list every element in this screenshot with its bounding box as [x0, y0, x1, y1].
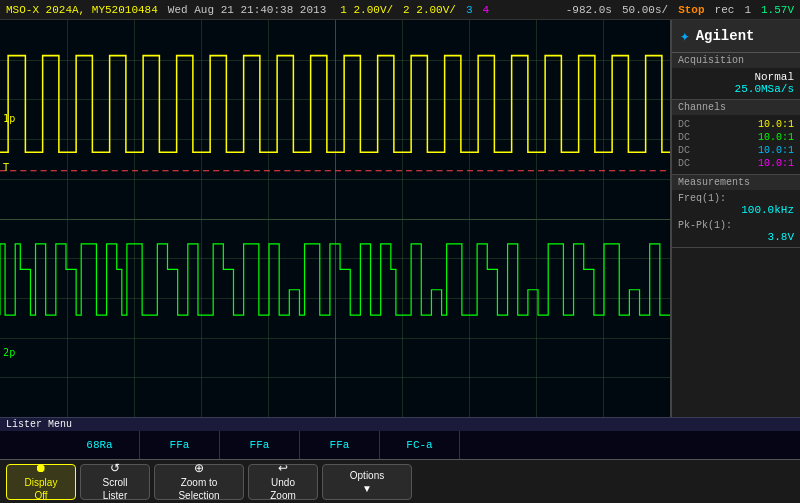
channels-section: Channels DC 10.0:1 DC 10.0:1 DC 10.0:1 D… — [672, 100, 800, 175]
acquisition-section: Acquisition Normal 25.0MSa/s — [672, 53, 800, 100]
ch1-label: 1 2.00V/ — [340, 4, 393, 16]
display-sub: Off — [34, 489, 47, 502]
ch4-ratio: 10.0:1 — [758, 158, 794, 169]
scroll-icon: ↺ — [110, 461, 120, 477]
options-button[interactable]: Options ▼ — [322, 464, 412, 500]
voltage-display: 1.57V — [761, 4, 794, 16]
zoom-to-selection-button[interactable]: ⊕ Zoom to Selection — [154, 464, 244, 500]
brand-name: Agilent — [696, 28, 755, 44]
content-area: T 2p 1p ✦ Agilent Acquisition Normal — [0, 20, 800, 417]
offset-display: -982.0s — [566, 4, 612, 16]
pkpk-label: Pk-Pk(1): — [678, 220, 794, 231]
channel-3-row: DC 10.0:1 — [678, 144, 794, 157]
lister-title: Lister Menu — [0, 418, 800, 431]
pkpk-value: 3.8V — [678, 231, 794, 243]
undo-zoom-button[interactable]: ↩ Undo Zoom — [248, 464, 318, 500]
acquisition-mode: Normal — [678, 71, 794, 83]
right-panel: ✦ Agilent Acquisition Normal 25.0MSa/s C… — [670, 20, 800, 417]
undo-icon: ↩ — [278, 461, 288, 477]
lister-section: Lister Menu 68Ra FFa FFa FFa FC-a — [0, 417, 800, 459]
mode-display: Stop — [678, 4, 704, 16]
ch3-coupling: DC — [678, 145, 690, 156]
brand-header: ✦ Agilent — [672, 20, 800, 53]
display-off-button[interactable]: ⏺ Display Off — [6, 464, 76, 500]
acquisition-title: Acquisition — [672, 53, 800, 68]
ch2-coupling: DC — [678, 132, 690, 143]
undo-sub: Zoom — [270, 489, 296, 502]
channel-4-row: DC 10.0:1 — [678, 157, 794, 170]
ch4-coupling: DC — [678, 158, 690, 169]
ch1-ratio: 10.0:1 — [758, 119, 794, 130]
toolbar: ⏺ Display Off ↺ Scroll Lister ⊕ Zoom to … — [0, 459, 800, 503]
acquisition-rate: 25.0MSa/s — [678, 83, 794, 95]
freq-label: Freq(1): — [678, 193, 794, 204]
timebase-display: 50.00s/ — [622, 4, 668, 16]
zoom-icon: ⊕ — [194, 461, 204, 477]
channel-1-row: DC 10.0:1 — [678, 118, 794, 131]
zoom-sub: Selection — [178, 489, 219, 502]
lister-cell-5: FC-a — [380, 431, 460, 459]
rec-num: 1 — [744, 4, 751, 16]
lister-cell-3: FFa — [220, 431, 300, 459]
scope-screen: T 2p 1p — [0, 20, 670, 417]
lister-cell-4: FFa — [300, 431, 380, 459]
undo-label: Undo — [271, 476, 295, 489]
agilent-icon: ✦ — [680, 26, 690, 46]
svg-text:2p: 2p — [3, 347, 15, 358]
model-info: MSO-X 2024A, MY52010484 — [6, 4, 158, 16]
measurements-section: Measurements Freq(1): 100.0kHz Pk-Pk(1):… — [672, 175, 800, 248]
zoom-label: Zoom to — [181, 476, 218, 489]
ch2-label: 2 2.00V/ — [403, 4, 456, 16]
options-arrow-icon: ▼ — [362, 482, 372, 495]
scroll-label: Scroll — [102, 476, 127, 489]
options-label: Options — [350, 469, 384, 482]
waveform-display: T 2p 1p — [0, 20, 670, 417]
scroll-lister-button[interactable]: ↺ Scroll Lister — [80, 464, 150, 500]
ch1-coupling: DC — [678, 119, 690, 130]
ch3-label: 3 — [466, 4, 473, 16]
ch2-ratio: 10.0:1 — [758, 132, 794, 143]
freq-value: 100.0kHz — [678, 204, 794, 216]
ch3-ratio: 10.0:1 — [758, 145, 794, 156]
main-container: MSO-X 2024A, MY52010484 Wed Aug 21 21:40… — [0, 0, 800, 503]
channel-2-row: DC 10.0:1 — [678, 131, 794, 144]
lister-cell-2: FFa — [140, 431, 220, 459]
svg-text:1p: 1p — [3, 113, 15, 124]
ch4-label: 4 — [483, 4, 490, 16]
scroll-sub: Lister — [103, 489, 127, 502]
datetime: Wed Aug 21 21:40:38 2013 — [168, 4, 326, 16]
display-label: Display — [25, 476, 58, 489]
measurements-title: Measurements — [672, 175, 800, 190]
lister-content: 68Ra FFa FFa FFa FC-a — [0, 431, 800, 459]
status-bar: MSO-X 2024A, MY52010484 Wed Aug 21 21:40… — [0, 0, 800, 20]
display-icon: ⏺ — [35, 461, 47, 477]
svg-text:T: T — [3, 162, 9, 173]
lister-cell-1: 68Ra — [60, 431, 140, 459]
rec-label: rec — [715, 4, 735, 16]
channels-title: Channels — [672, 100, 800, 115]
